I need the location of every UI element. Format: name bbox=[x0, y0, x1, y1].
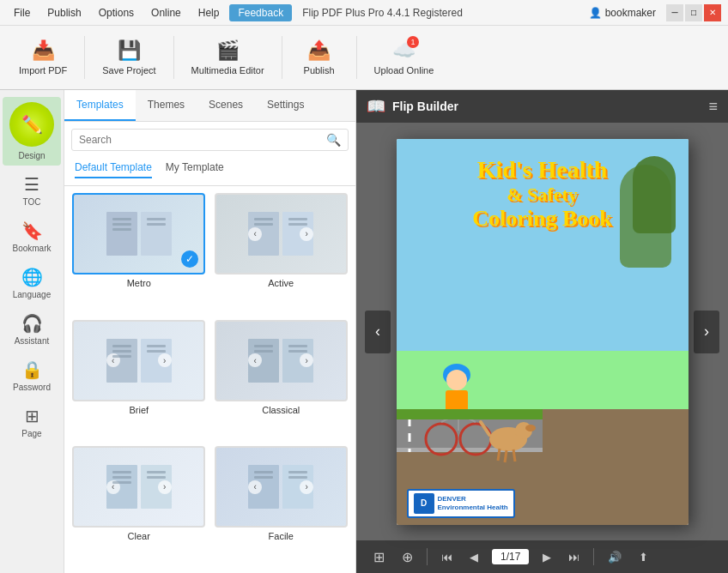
separator-2 bbox=[173, 36, 174, 79]
language-label: Language bbox=[13, 290, 52, 299]
denver-logo-text: DENVER Environmental Health bbox=[438, 495, 508, 511]
book-cover: Kid's Health & Safety Coloring Book bbox=[397, 139, 689, 525]
save-project-button[interactable]: 💾 Save Project bbox=[92, 34, 166, 81]
close-button[interactable]: ✕ bbox=[704, 4, 721, 21]
next-arrow-icon-facile: › bbox=[300, 480, 313, 494]
multimedia-editor-icon: 🎬 bbox=[216, 39, 240, 62]
publish-label: Publish bbox=[304, 65, 335, 75]
template-item-facile[interactable]: ‹ › Facile bbox=[214, 446, 349, 566]
save-project-label: Save Project bbox=[102, 65, 155, 75]
svg-line-27 bbox=[505, 450, 507, 462]
cover-title: Kid's Health & Safety Coloring Book bbox=[411, 156, 674, 232]
assistant-label: Assistant bbox=[15, 336, 50, 346]
tab-settings[interactable]: Settings bbox=[255, 90, 316, 121]
template-thumb-clear[interactable]: ‹ › bbox=[72, 446, 205, 528]
next-arrow-icon: › bbox=[300, 227, 313, 241]
online-menu[interactable]: Online bbox=[144, 3, 188, 22]
grid-view-button[interactable]: ⊞ bbox=[367, 546, 391, 569]
design-label: Design bbox=[18, 151, 45, 160]
cover-title-line3: Coloring Book bbox=[411, 206, 674, 232]
template-thumb-metro[interactable]: ✓ bbox=[72, 193, 205, 274]
subtab-default[interactable]: Default Template bbox=[75, 161, 152, 178]
template-item-classical[interactable]: ‹ › Classical bbox=[214, 320, 349, 440]
sidebar-item-assistant[interactable]: 🎧 Assistant bbox=[3, 308, 61, 351]
templates-panel: Templates Themes Scenes Settings 🔍 Defau… bbox=[64, 90, 356, 573]
volume-button[interactable]: 🔊 bbox=[601, 547, 628, 567]
import-pdf-button[interactable]: 📥 Import PDF bbox=[9, 34, 77, 81]
assistant-icon: 🎧 bbox=[21, 313, 43, 334]
prev-page-button-bottom[interactable]: ◀ bbox=[463, 547, 485, 567]
page-indicator: 1/17 bbox=[492, 549, 529, 564]
last-page-button[interactable]: ⏭ bbox=[561, 547, 586, 567]
options-menu[interactable]: Options bbox=[92, 3, 141, 22]
cover-title-line2: & Safety bbox=[411, 184, 674, 206]
toc-label: TOC bbox=[23, 197, 41, 207]
bookmark-label: Bookmark bbox=[12, 244, 51, 253]
template-thumb-classical[interactable]: ‹ › bbox=[215, 320, 348, 401]
template-item-clear[interactable]: ‹ › Clear bbox=[71, 446, 207, 566]
prev-page-button[interactable]: ‹ bbox=[365, 311, 391, 353]
main-area: ✏️ Design ☰ TOC 🔖 Bookmark 🌐 Language 🎧 … bbox=[0, 90, 728, 573]
next-page-button-bottom[interactable]: ▶ bbox=[536, 547, 558, 567]
sidebar-item-language[interactable]: 🌐 Language bbox=[3, 262, 61, 305]
sidebar-item-design[interactable]: ✏️ Design bbox=[3, 97, 61, 166]
sidebar: ✏️ Design ☰ TOC 🔖 Bookmark 🌐 Language 🎧 … bbox=[0, 90, 64, 573]
template-label-facile: Facile bbox=[269, 531, 294, 541]
tab-scenes[interactable]: Scenes bbox=[197, 90, 255, 121]
password-icon: 🔒 bbox=[21, 359, 43, 380]
bottom-toolbar: ⊞ ⊕ ⏮ ◀ 1/17 ▶ ⏭ 🔊 ⬆ bbox=[356, 540, 728, 573]
next-arrow-icon-brief: › bbox=[158, 353, 172, 367]
svg-point-24 bbox=[525, 425, 536, 431]
subtab-mytemplate[interactable]: My Template bbox=[166, 161, 224, 178]
sidebar-item-bookmark[interactable]: 🔖 Bookmark bbox=[3, 215, 61, 258]
svg-line-28 bbox=[513, 449, 515, 461]
preview-content: ‹ Kid's Health & Safety Coloring Book bbox=[356, 123, 728, 540]
preview-title: Flip Builder bbox=[392, 100, 458, 113]
file-menu[interactable]: File bbox=[7, 3, 37, 22]
search-icon: 🔍 bbox=[326, 133, 341, 147]
publish-icon: 📤 bbox=[307, 39, 331, 62]
tab-themes[interactable]: Themes bbox=[136, 90, 197, 121]
help-menu[interactable]: Help bbox=[191, 3, 227, 22]
share-button[interactable]: ⬆ bbox=[632, 547, 655, 567]
template-label-active: Active bbox=[268, 278, 294, 288]
multimedia-editor-button[interactable]: 🎬 Multimedia Editor bbox=[181, 34, 275, 81]
template-item-active[interactable]: ‹ › Active bbox=[214, 193, 349, 313]
template-thumb-facile[interactable]: ‹ › bbox=[215, 446, 348, 528]
svg-line-26 bbox=[498, 449, 500, 461]
template-item-brief[interactable]: ‹ › Brief bbox=[71, 320, 207, 440]
language-icon: 🌐 bbox=[21, 267, 43, 287]
upload-online-button[interactable]: ☁️1 Upload Online bbox=[364, 34, 445, 81]
template-label-brief: Brief bbox=[129, 405, 149, 415]
toc-icon: ☰ bbox=[24, 174, 39, 195]
sidebar-item-toc[interactable]: ☰ TOC bbox=[3, 169, 61, 212]
user-name: bookmaker bbox=[605, 7, 656, 19]
sidebar-item-page[interactable]: ⊞ Page bbox=[3, 401, 61, 443]
svg-rect-29 bbox=[397, 409, 543, 419]
template-thumb-brief[interactable]: ‹ › bbox=[72, 320, 205, 401]
publish-menu[interactable]: Publish bbox=[40, 3, 88, 22]
publish-button[interactable]: 📤 Publish bbox=[289, 34, 349, 81]
zoom-in-button[interactable]: ⊕ bbox=[395, 546, 420, 569]
denver-logo: D DENVER Environmental Health bbox=[407, 489, 515, 518]
maximize-button[interactable]: □ bbox=[685, 4, 702, 21]
separator-4 bbox=[356, 36, 357, 79]
app-title: Flip PDF Plus Pro 4.4.1 Registered bbox=[302, 7, 585, 19]
preview-header: 📖 Flip Builder ≡ bbox=[356, 90, 728, 123]
template-label-classical: Classical bbox=[262, 405, 300, 415]
feedback-button[interactable]: Feedback bbox=[229, 4, 292, 21]
minimize-button[interactable]: ─ bbox=[666, 4, 683, 21]
flip-logo-icon: 📖 bbox=[367, 97, 385, 116]
tab-templates[interactable]: Templates bbox=[64, 90, 136, 121]
prev-arrow-icon: ‹ bbox=[248, 227, 262, 241]
next-page-button[interactable]: › bbox=[694, 311, 719, 353]
search-input[interactable] bbox=[79, 134, 326, 146]
menu-icon[interactable]: ≡ bbox=[708, 98, 718, 116]
selected-check-icon: ✓ bbox=[181, 250, 198, 268]
first-page-button[interactable]: ⏮ bbox=[434, 547, 459, 567]
svg-point-15 bbox=[446, 370, 467, 390]
sidebar-item-password[interactable]: 🔒 Password bbox=[3, 354, 61, 397]
template-thumb-active[interactable]: ‹ › bbox=[215, 193, 348, 274]
design-circle-icon: ✏️ bbox=[9, 102, 54, 147]
template-item-metro[interactable]: ✓ Metro bbox=[71, 193, 207, 313]
